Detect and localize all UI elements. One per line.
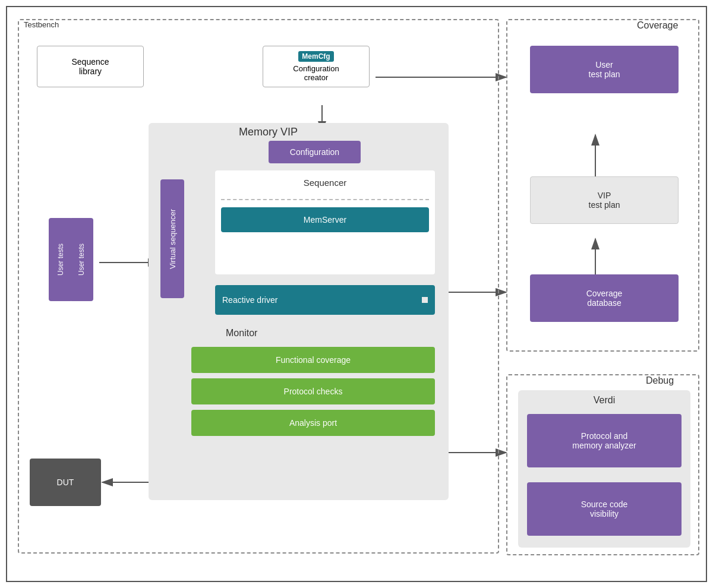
- memserver-box: MemServer: [221, 207, 429, 232]
- inner-sequencer-box: Sequencer MemServer: [215, 170, 435, 274]
- sequencer-label: Sequencer: [215, 178, 435, 188]
- debug-label: Debug: [646, 375, 674, 386]
- user-tests-box-1: User tests: [49, 218, 72, 301]
- configuration-box: Configuration: [269, 141, 361, 163]
- verdi-label: Verdi: [594, 395, 615, 406]
- memcfg-tag: MemCfg: [298, 51, 333, 62]
- user-test-plan-box: User test plan: [530, 46, 679, 93]
- virtual-sequencer-box: Virtual sequencer: [160, 179, 184, 298]
- reactive-driver-indicator: [422, 297, 428, 303]
- dotted-separator: [221, 199, 429, 200]
- verdi-container: Verdi Protocol and memory analyzer Sourc…: [518, 390, 690, 548]
- dut-box: DUT: [30, 459, 101, 506]
- analysis-port-box: Analysis port: [191, 410, 435, 436]
- protocol-memory-analyzer-box: Protocol and memory analyzer: [527, 414, 682, 467]
- monitor-label: Monitor: [226, 328, 257, 339]
- diagram-container: Testbench Sequence library MemCfg Config…: [6, 6, 707, 582]
- testbench-label: Testbench: [24, 20, 59, 29]
- config-creator-box: MemCfg Configuration creator: [263, 46, 370, 87]
- source-code-visibility-box: Source code visibility: [527, 482, 682, 536]
- memory-vip-label: Memory VIP: [239, 126, 298, 138]
- user-tests-box-2: User tests: [70, 218, 93, 301]
- sequence-library-box: Sequence library: [37, 46, 144, 87]
- reactive-driver-box: Reactive driver: [215, 285, 435, 315]
- coverage-label: Coverage: [637, 20, 678, 31]
- coverage-database-box: Coverage database: [530, 274, 679, 322]
- functional-coverage-box: Functional coverage: [191, 347, 435, 373]
- vip-test-plan-box: VIP test plan: [530, 176, 679, 224]
- protocol-checks-box: Protocol checks: [191, 378, 435, 404]
